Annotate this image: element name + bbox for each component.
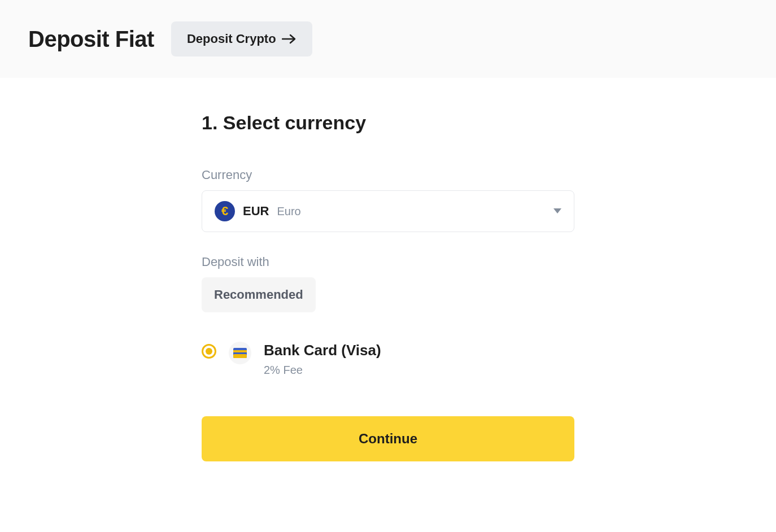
- svg-rect-3: [233, 350, 247, 352]
- svg-marker-1: [553, 208, 561, 213]
- header: Deposit Fiat Deposit Crypto: [0, 0, 776, 78]
- currency-label: Currency: [202, 168, 574, 182]
- currency-field: Currency € EUR Euro: [202, 168, 574, 232]
- deposit-crypto-button[interactable]: Deposit Crypto: [171, 21, 312, 56]
- tab-recommended[interactable]: Recommended: [202, 277, 316, 312]
- main-content: 1. Select currency Currency € EUR Euro D…: [0, 78, 776, 461]
- euro-icon: €: [215, 201, 235, 221]
- payment-fee: 2% Fee: [264, 364, 381, 377]
- step-heading: 1. Select currency: [202, 112, 574, 134]
- currency-name: Euro: [277, 205, 300, 218]
- currency-code: EUR: [243, 204, 269, 219]
- deposit-with-label: Deposit with: [202, 255, 574, 269]
- arrow-right-icon: [282, 34, 297, 44]
- form-container: 1. Select currency Currency € EUR Euro D…: [202, 112, 574, 461]
- payment-title: Bank Card (Visa): [264, 342, 381, 359]
- svg-rect-4: [233, 354, 247, 358]
- payment-text: Bank Card (Visa) 2% Fee: [264, 342, 381, 377]
- payment-option-bank-card[interactable]: Bank Card (Visa) 2% Fee: [202, 326, 574, 394]
- continue-button[interactable]: Continue: [202, 416, 574, 461]
- currency-select[interactable]: € EUR Euro: [202, 190, 574, 232]
- radio-selected-icon: [202, 344, 216, 359]
- deposit-with-section: Deposit with Recommended: [202, 255, 574, 312]
- page-title: Deposit Fiat: [28, 27, 154, 52]
- deposit-crypto-label: Deposit Crypto: [187, 32, 276, 46]
- bank-card-icon: [229, 342, 251, 364]
- caret-down-icon: [553, 206, 561, 216]
